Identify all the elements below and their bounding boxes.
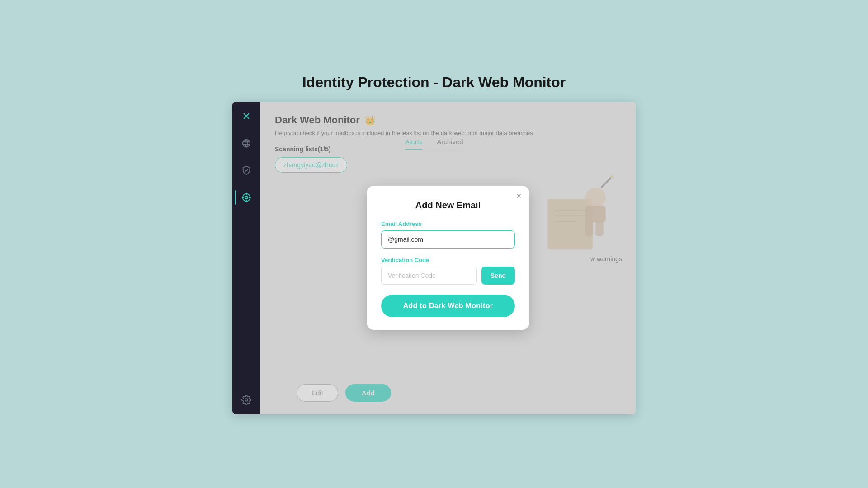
email-label: Email Address (381, 221, 515, 227)
svg-point-7 (245, 196, 248, 199)
sidebar (232, 102, 260, 414)
svg-point-2 (243, 139, 250, 147)
sidebar-crosshair-icon[interactable] (239, 190, 254, 205)
verification-row: Send (381, 267, 515, 285)
app-window: Dark Web Monitor 👑 Help you check if you… (232, 102, 636, 414)
send-button[interactable]: Send (481, 267, 515, 285)
page-title: Identity Protection - Dark Web Monitor (302, 74, 566, 91)
verification-label: Verification Code (381, 257, 515, 263)
modal: × Add New Email Email Address Verificati… (367, 186, 529, 330)
verification-input[interactable] (381, 267, 477, 285)
svg-point-12 (245, 399, 248, 401)
email-input[interactable] (381, 230, 515, 249)
modal-close-button[interactable]: × (516, 192, 521, 200)
modal-overlay: × Add New Email Email Address Verificati… (260, 102, 636, 414)
sidebar-settings-icon[interactable] (239, 393, 254, 407)
sidebar-shield-icon[interactable] (239, 163, 254, 178)
email-input-wrapper (381, 230, 515, 249)
main-content: Dark Web Monitor 👑 Help you check if you… (260, 102, 636, 414)
add-to-monitor-button[interactable]: Add to Dark Web Monitor (381, 295, 515, 317)
sidebar-close-icon[interactable] (239, 109, 254, 123)
sidebar-globe-icon[interactable] (239, 136, 254, 150)
modal-title: Add New Email (381, 200, 515, 211)
